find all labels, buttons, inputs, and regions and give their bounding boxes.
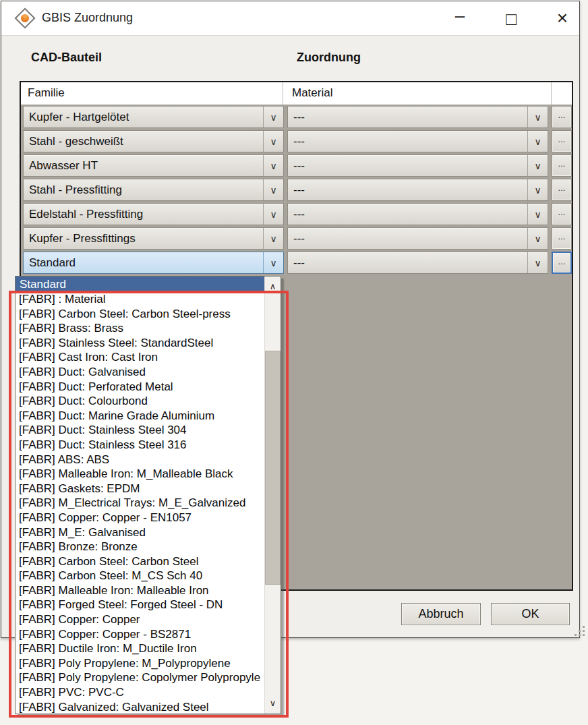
chevron-down-icon[interactable]: ∨ [527, 252, 548, 273]
list-item[interactable]: [FABR] Duct: Stainless Steel 316 [16, 438, 264, 453]
scroll-down-icon[interactable]: ∨ [265, 693, 281, 714]
material-value: --- [288, 208, 527, 221]
table-row: Stahl - geschweißt ∨ --- ∨ ... [21, 130, 572, 152]
orange-sphere-icon [20, 13, 31, 24]
material-value: --- [288, 232, 527, 245]
list-item[interactable]: [FABR] Malleable Iron: M_Malleable Black [16, 467, 264, 482]
list-item[interactable]: [FABR] Gaskets: EPDM [16, 482, 264, 496]
list-item[interactable]: [FABR] Carbon Steel: Carbon Steel-press [16, 307, 264, 322]
browse-more-button[interactable]: ... [552, 227, 572, 250]
familie-value: Standard [24, 256, 263, 270]
list-item[interactable]: [FABR] Stainless Steel: StandardSteel [16, 336, 264, 351]
familie-dropdown-open[interactable]: Standard ∨ [23, 252, 284, 274]
ok-button[interactable]: OK [491, 603, 570, 625]
list-item[interactable]: [FABR] Duct: Galvanised [16, 365, 264, 380]
minimize-button[interactable]: – [446, 5, 473, 31]
list-item[interactable]: [FABR] M_Electrical Trays: M_E_Galvanize… [16, 496, 264, 511]
list-item[interactable]: [FABR] Duct: Perforated Metal [16, 380, 264, 395]
list-item[interactable]: [FABR] Copper: Copper - EN1057 [16, 511, 264, 525]
chevron-down-icon[interactable]: ∨ [263, 204, 283, 225]
column-header-familie: Familie [28, 86, 65, 100]
material-value: --- [288, 159, 527, 173]
material-dropdown[interactable]: --- ∨ [287, 130, 548, 152]
material-dropdown[interactable]: --- ∨ [287, 252, 548, 274]
familie-dropdown[interactable]: Edelstahl - Pressfitting ∨ [23, 203, 284, 225]
chevron-down-icon[interactable]: ∨ [527, 179, 548, 200]
list-item[interactable]: [FABR] Copper: Copper - BS2871 [16, 627, 264, 642]
browse-more-button[interactable]: ... [552, 154, 572, 177]
browse-more-button[interactable]: ... [552, 106, 572, 128]
table-header-row: Familie Material [21, 82, 572, 105]
material-dropdown[interactable]: --- ∨ [287, 154, 548, 177]
material-dropdown[interactable]: --- ∨ [287, 227, 548, 250]
list-scrollbar[interactable]: ∧ ∨ [264, 277, 281, 714]
familie-dropdown[interactable]: Kupfer - Pressfittings ∨ [23, 227, 284, 250]
window-title: GBIS Zuordnung [42, 11, 133, 25]
title-bar[interactable]: GBIS Zuordnung – □ × [1, 1, 579, 36]
list-item[interactable]: [FABR] Cast Iron: Cast Iron [16, 350, 264, 365]
chevron-down-icon[interactable]: ∨ [263, 252, 283, 273]
familie-value: Kupfer - Hartgelötet [24, 111, 263, 124]
familie-dropdown[interactable]: Abwasser HT ∨ [23, 154, 284, 177]
chevron-down-icon[interactable]: ∨ [263, 179, 283, 200]
chevron-down-icon[interactable]: ∨ [527, 107, 548, 127]
scrollbar-thumb[interactable] [265, 351, 281, 585]
table-row-selected: Standard ∨ --- ∨ ... [21, 252, 572, 274]
list-item[interactable]: [FABR] Galvanized: Galvanized Steel [16, 700, 264, 714]
material-dropdown[interactable]: --- ∨ [287, 179, 548, 201]
material-value: --- [288, 111, 527, 124]
section-header-zuordnung: Zuordnung [297, 51, 361, 65]
list-item[interactable]: [FABR] : Material [16, 292, 264, 307]
list-item[interactable]: [FABR] Bronze: Bronze [16, 540, 264, 554]
list-item[interactable]: [FABR] Duct: Stainless Steel 304 [16, 423, 264, 438]
chevron-down-icon[interactable]: ∨ [263, 131, 283, 152]
chevron-down-icon[interactable]: ∨ [527, 228, 548, 249]
list-item[interactable]: [FABR] ABS: ABS [16, 453, 264, 467]
chevron-down-icon[interactable]: ∨ [263, 228, 283, 249]
list-item[interactable]: [FABR] Duct: Marine Grade Aluminium [16, 409, 264, 424]
list-item[interactable]: [FABR] Brass: Brass [16, 321, 264, 336]
material-value: --- [288, 135, 527, 148]
list-item[interactable]: [FABR] Poly Propylene: M_Polypropylene [16, 656, 264, 671]
chevron-down-icon[interactable]: ∨ [527, 155, 548, 176]
familie-dropdown[interactable]: Stahl - Pressfitting ∨ [23, 179, 284, 201]
chevron-down-icon[interactable]: ∨ [263, 107, 283, 127]
close-button[interactable]: × [549, 5, 576, 31]
maximize-button[interactable]: □ [498, 5, 525, 31]
section-header-cad-bauteil: CAD-Bauteil [31, 51, 102, 65]
cancel-button[interactable]: Abbruch [401, 603, 481, 625]
list-item[interactable]: [FABR] PVC: PVC-C [16, 685, 264, 700]
browse-more-button[interactable]: ... [552, 179, 572, 201]
familie-value: Kupfer - Pressfittings [24, 232, 263, 245]
app-diamond-icon [14, 7, 35, 28]
familie-dropdown[interactable]: Kupfer - Hartgelötet ∨ [23, 106, 284, 128]
list-item[interactable]: [FABR] Malleable Iron: Malleable Iron [16, 583, 264, 598]
material-value: --- [288, 256, 527, 270]
familie-dropdown[interactable]: Stahl - geschweißt ∨ [23, 130, 284, 152]
list-item[interactable]: [FABR] Poly Propylene: Copolymer Polypro… [16, 670, 264, 685]
list-item[interactable]: [FABR] Duct: Colourbond [16, 394, 264, 409]
chevron-down-icon[interactable]: ∨ [263, 155, 283, 176]
scroll-up-icon[interactable]: ∧ [265, 277, 281, 297]
chevron-down-icon[interactable]: ∨ [527, 131, 548, 152]
material-dropdown[interactable]: --- ∨ [287, 203, 548, 225]
list-items: [FABR] : Material [FABR] Carbon Steel: C… [16, 292, 264, 714]
chevron-down-icon[interactable]: ∨ [527, 204, 548, 225]
table-row: Stahl - Pressfitting ∨ --- ∨ ... [21, 179, 572, 201]
list-item[interactable]: [FABR] Copper: Copper [16, 612, 264, 627]
list-item[interactable]: [FABR] Ductile Iron: M_Ductile Iron [16, 641, 264, 656]
list-item[interactable]: [FABR] Carbon Steel: Carbon Steel [16, 554, 264, 569]
list-item[interactable]: [FABR] M_E: Galvanised [16, 525, 264, 540]
familie-value: Abwasser HT [24, 159, 263, 173]
browse-more-button[interactable]: ... [552, 130, 572, 152]
browse-more-button-focused[interactable]: ... [552, 252, 572, 274]
browse-more-button[interactable]: ... [552, 203, 572, 225]
list-item[interactable]: [FABR] Carbon Steel: M_CS Sch 40 [16, 569, 264, 583]
material-family-dropdown-list: Standard [FABR] : Material [FABR] Carbon… [15, 276, 281, 714]
list-item-selected[interactable]: Standard [16, 277, 281, 292]
list-item[interactable]: [FABR] Forged Steel: Forged Steel - DN [16, 598, 264, 612]
material-dropdown[interactable]: --- ∨ [287, 106, 548, 128]
resize-grip[interactable] [575, 626, 585, 637]
familie-value: Edelstahl - Pressfitting [24, 208, 263, 221]
material-value: --- [288, 183, 527, 197]
